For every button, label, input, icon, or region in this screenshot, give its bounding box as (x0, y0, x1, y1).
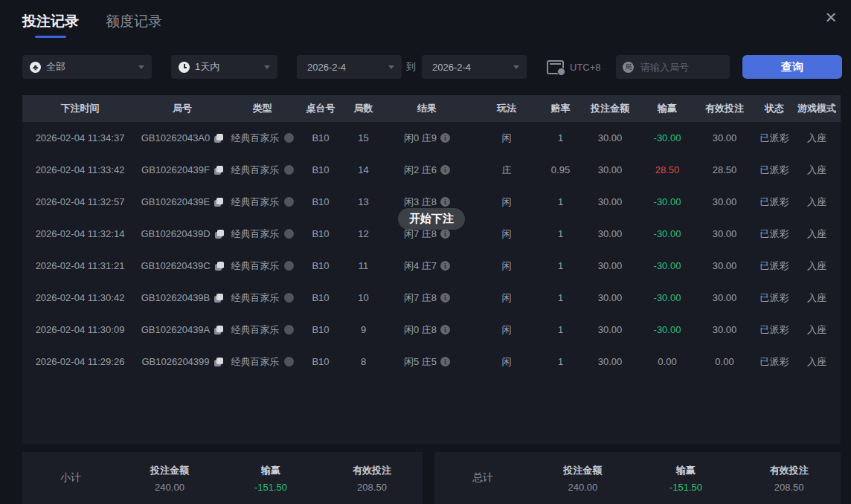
cell-table-number: B10 (298, 164, 344, 175)
info-icon[interactable] (440, 293, 450, 303)
clock-icon (179, 62, 190, 73)
cell-game-mode: 入座 (793, 164, 841, 177)
cell-game-type: 经典百家乐 (227, 132, 298, 145)
cell-result: 闲4 庄7 (383, 259, 471, 273)
info-icon[interactable] (440, 165, 450, 175)
cell-table-number: B10 (298, 260, 344, 271)
round-number-icon (623, 62, 634, 73)
cell-win-loss: -30.00 (641, 196, 693, 207)
cell-round-id: GB102620439F (138, 164, 227, 175)
copy-icon[interactable] (215, 262, 224, 271)
info-icon[interactable] (440, 261, 450, 271)
column-header: 游戏模式 (793, 102, 841, 115)
cell-odds: 1 (542, 132, 579, 143)
cell-game-mode: 入座 (793, 259, 841, 273)
round-search-input[interactable] (639, 61, 724, 74)
info-icon[interactable] (440, 197, 450, 207)
cell-table-number: B10 (298, 324, 344, 335)
cell-bet-amount: 30.00 (579, 292, 641, 303)
game-type-dot-icon (284, 325, 294, 335)
start-betting-toast: 开始下注 (398, 208, 465, 230)
query-button[interactable]: 查询 (742, 55, 842, 79)
table-row: 2026-02-04 11:30:42 GB102620439B 经典百家乐 B… (22, 282, 841, 314)
close-icon[interactable]: × (818, 4, 844, 30)
tab-quota-records[interactable]: 额度记录 (106, 12, 162, 38)
info-icon[interactable] (440, 325, 450, 335)
game-type-dot-icon (284, 357, 294, 366)
copy-icon[interactable] (214, 326, 223, 335)
cell-odds: 1 (542, 228, 579, 239)
cell-win-loss: 28.50 (641, 164, 693, 175)
cell-status: 已派彩 (756, 164, 793, 177)
cell-win-loss: 0.00 (641, 356, 693, 367)
table-row: 2026-02-04 11:33:42 GB102620439F 经典百家乐 B… (22, 154, 841, 186)
copy-icon[interactable] (214, 134, 223, 143)
copy-icon[interactable] (215, 230, 224, 239)
info-icon[interactable] (440, 229, 450, 239)
cell-bet-amount: 30.00 (579, 260, 641, 271)
cell-valid-bet: 28.50 (693, 164, 756, 175)
cell-bet-amount: 30.00 (579, 132, 641, 143)
cell-valid-bet: 30.00 (693, 260, 756, 271)
cell-round-id: GB102620439E (138, 196, 227, 207)
game-type-dot-icon (284, 197, 294, 207)
total-bet-amount: 投注金额 240.00 (531, 464, 635, 493)
date-to-select[interactable]: 2026-2-4 (422, 55, 527, 79)
date-from-select[interactable]: 2026-2-4 (297, 55, 402, 79)
subtotal-bet-amount: 投注金额 240.00 (119, 464, 220, 493)
cell-result: 闲3 庄8 (383, 196, 471, 209)
total-valid-bet: 有效投注 208.50 (737, 464, 841, 493)
copy-icon[interactable] (214, 198, 223, 207)
tab-betting-records[interactable]: 投注记录 (22, 12, 79, 38)
cell-round-count: 12 (344, 228, 383, 239)
cell-play: 闲 (471, 259, 542, 273)
copy-icon[interactable] (214, 166, 223, 175)
cell-odds: 0.95 (542, 164, 579, 175)
cell-table-number: B10 (298, 356, 344, 367)
info-icon[interactable] (440, 357, 450, 366)
cell-odds: 1 (542, 260, 579, 271)
cell-bet-amount: 30.00 (579, 324, 641, 335)
cell-round-id: GB102620439C (138, 260, 227, 271)
tab-bar: 投注记录 额度记录 (22, 12, 162, 38)
total-win-loss: 输赢 -151.50 (635, 464, 738, 493)
copy-icon[interactable] (214, 294, 223, 303)
column-header: 输赢 (641, 102, 693, 115)
cell-valid-bet: 30.00 (693, 196, 756, 207)
cell-game-mode: 入座 (793, 291, 841, 305)
cell-round-count: 14 (344, 164, 383, 175)
column-header: 有效投注 (693, 102, 756, 115)
column-header: 状态 (756, 102, 793, 115)
cell-game-type: 经典百家乐 (227, 291, 298, 305)
cell-status: 已派彩 (756, 291, 793, 305)
game-type-select[interactable]: 全部 (22, 55, 152, 79)
cell-table-number: B10 (298, 228, 344, 239)
cell-round-id: GB102620439D (138, 228, 227, 239)
cell-play: 闲 (471, 291, 542, 305)
info-icon[interactable] (440, 133, 450, 143)
time-range-select[interactable]: 1天内 (171, 55, 277, 79)
cell-table-number: B10 (298, 132, 344, 143)
subtotal-label: 小计 (22, 471, 119, 485)
subtotal-valid-bet: 有效投注 208.50 (321, 464, 423, 493)
chevron-down-icon (138, 65, 144, 69)
cell-game-type: 经典百家乐 (227, 196, 298, 209)
subtotal-win-loss: 输赢 -151.50 (220, 464, 321, 493)
cell-result: 闲0 庄9 (383, 132, 471, 145)
cell-bet-amount: 30.00 (579, 228, 641, 239)
cell-game-mode: 入座 (793, 323, 841, 337)
cell-status: 已派彩 (756, 227, 793, 241)
calendar-clock-icon (547, 60, 564, 74)
cell-bet-time: 2026-02-04 11:29:26 (22, 356, 138, 367)
table-body: 2026-02-04 11:34:37 GB10262043A0 经典百家乐 B… (22, 122, 841, 378)
cell-bet-amount: 30.00 (579, 196, 641, 207)
cell-play: 闲 (471, 227, 542, 241)
cell-table-number: B10 (298, 196, 344, 207)
cell-odds: 1 (542, 324, 579, 335)
cell-game-type: 经典百家乐 (227, 227, 298, 241)
column-header: 赔率 (542, 102, 579, 115)
cell-bet-time: 2026-02-04 11:31:21 (22, 260, 138, 271)
cell-bet-amount: 30.00 (579, 356, 641, 367)
copy-icon[interactable] (214, 358, 223, 366)
timezone-indicator[interactable]: UTC+8 (547, 55, 601, 79)
